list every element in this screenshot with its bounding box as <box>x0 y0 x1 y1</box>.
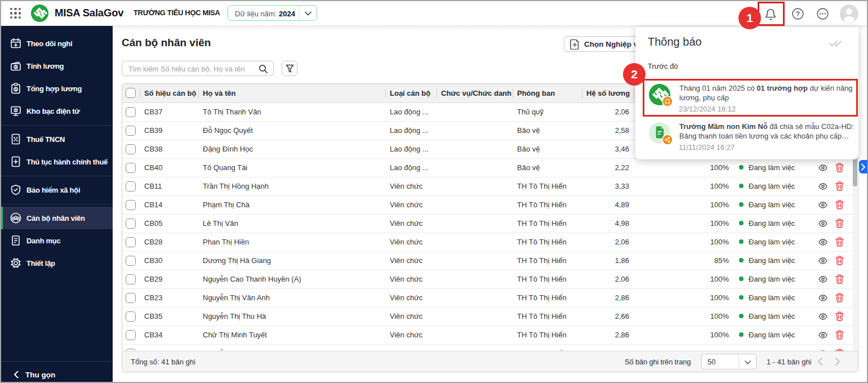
svg-text:$: $ <box>15 65 17 69</box>
svg-text:$: $ <box>15 87 17 92</box>
svg-text:?: ? <box>796 10 800 18</box>
